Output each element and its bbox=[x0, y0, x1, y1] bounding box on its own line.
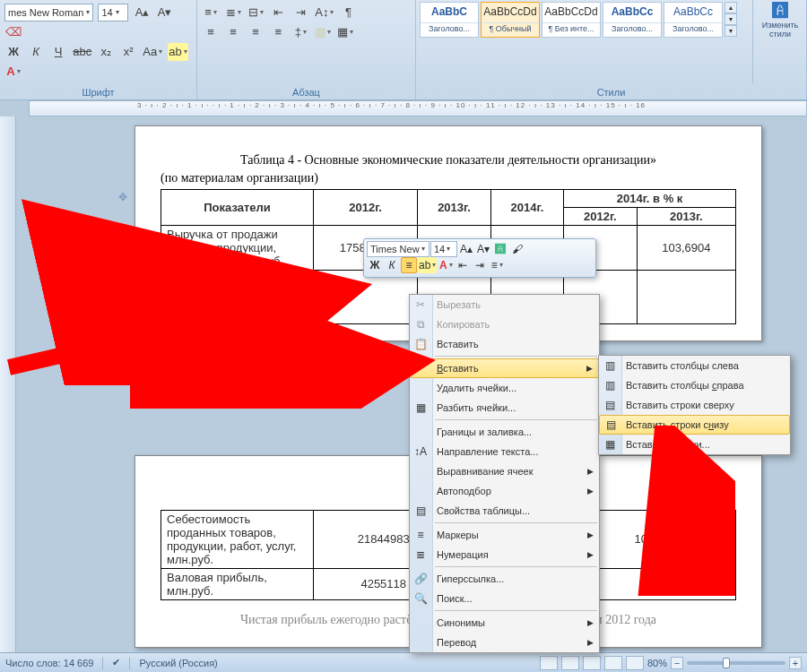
italic-button[interactable]: К bbox=[27, 43, 45, 61]
th-p2012[interactable]: 2012г. bbox=[564, 207, 637, 225]
ctx-bullets[interactable]: ≡Маркеры▶ bbox=[410, 525, 599, 545]
th-p2013[interactable]: 2013г. bbox=[637, 207, 735, 225]
mini-grow-font[interactable]: A▴ bbox=[458, 241, 474, 257]
borders-button[interactable]: ▦ bbox=[336, 22, 354, 40]
mini-shrink-font[interactable]: A▾ bbox=[475, 241, 491, 257]
ctx-find[interactable]: 🔍Поиск... bbox=[410, 589, 599, 608]
mini-outdent[interactable]: ⇤ bbox=[455, 257, 471, 273]
zoom-slider[interactable] bbox=[687, 661, 785, 665]
style-gallery[interactable]: AaBbCЗаголово... AaBbCcDd¶ Обычный AaBbC… bbox=[420, 2, 723, 38]
sort-button[interactable]: A↕ bbox=[314, 3, 334, 21]
ctx-split-cells[interactable]: ▦Разбить ячейки... bbox=[410, 398, 599, 418]
th-2014[interactable]: 2014г. bbox=[490, 189, 563, 225]
font-size-combo[interactable]: 14▾ bbox=[98, 4, 128, 22]
ctx-text-direction[interactable]: ↕AНаправление текста... bbox=[410, 442, 599, 461]
mini-font-combo[interactable]: Times New▾ bbox=[367, 241, 430, 257]
mini-toolbar[interactable]: Times New▾ 14▾ A▴ A▾ 🅰 🖌 Ж К ≡ ab A ⇤ ⇥ … bbox=[363, 238, 596, 278]
view-draft[interactable] bbox=[626, 656, 644, 670]
grow-font-button[interactable]: A▴ bbox=[133, 3, 151, 21]
view-web-layout[interactable] bbox=[583, 656, 601, 670]
change-styles-button[interactable]: 🅰 Изменить стили bbox=[757, 2, 803, 38]
view-full-reading[interactable] bbox=[561, 656, 579, 670]
cell-v5[interactable]: 103,6904 bbox=[637, 225, 735, 270]
cell-label[interactable]: Валовая прибыль, млн.руб. bbox=[161, 568, 314, 599]
table-anchor-icon[interactable]: ✥ bbox=[118, 191, 127, 203]
word-count[interactable]: Число слов: 14 669 bbox=[5, 658, 93, 668]
multilevel-button[interactable]: ⊟ bbox=[247, 3, 265, 21]
language-label[interactable]: Русский (Россия) bbox=[139, 658, 217, 668]
mini-format-painter[interactable]: 🖌 bbox=[509, 241, 525, 257]
cell-v5[interactable]: 102,84707 bbox=[588, 510, 736, 568]
document-area[interactable]: ✥ Таблица 4 - Основные экономические пок… bbox=[0, 116, 807, 672]
ctx-table-props[interactable]: ▤Свойства таблицы... bbox=[410, 501, 599, 521]
align-right-button[interactable]: ≡ bbox=[247, 22, 265, 40]
ctx-translate[interactable]: Перевод▶ bbox=[410, 633, 599, 652]
sub-cols-left[interactable]: ▥Вставить столбцы слева bbox=[599, 356, 790, 375]
mini-indent[interactable]: ⇥ bbox=[472, 257, 488, 273]
font-name-combo[interactable]: mes New Roman▾ bbox=[4, 4, 93, 22]
mini-bullets[interactable]: ≡ bbox=[489, 257, 505, 273]
clear-format-button[interactable]: ⌫ bbox=[4, 23, 22, 41]
ctx-cut[interactable]: ✂Вырезать bbox=[410, 295, 599, 314]
mini-size-combo[interactable]: 14▾ bbox=[430, 241, 457, 257]
align-center-button[interactable]: ≡ bbox=[224, 22, 242, 40]
cell-label[interactable]: Выручка от продажи товаров, продукции, р… bbox=[161, 225, 314, 270]
font-color-button[interactable]: A bbox=[4, 63, 22, 81]
zoom-out-button[interactable]: − bbox=[671, 657, 683, 669]
bullets-button[interactable]: ≡ bbox=[202, 3, 220, 21]
numbering-button[interactable]: ≣ bbox=[224, 3, 242, 21]
insert-submenu[interactable]: ▥Вставить столбцы слева ▥Вставить столбц… bbox=[598, 355, 791, 455]
view-outline[interactable] bbox=[604, 656, 622, 670]
style-tile-heading1[interactable]: AaBbCЗаголово... bbox=[420, 2, 479, 38]
sub-rows-below[interactable]: ▤Вставить строки снизу bbox=[599, 415, 790, 435]
style-tile-heading3[interactable]: AaBbCcЗаголово... bbox=[664, 2, 723, 38]
ctx-copy[interactable]: ⧉Копировать bbox=[410, 314, 599, 334]
shrink-font-button[interactable]: A▾ bbox=[156, 3, 174, 21]
show-marks-button[interactable]: ¶ bbox=[340, 3, 358, 21]
cell-label[interactable]: Себестоимость проданных товаров, продукц… bbox=[161, 510, 314, 568]
context-menu[interactable]: ✂Вырезать ⧉Копировать 📋Вставить Вставить… bbox=[409, 294, 600, 653]
zoom-label[interactable]: 80% bbox=[647, 658, 667, 668]
ctx-hyperlink[interactable]: 🔗Гиперссылка... bbox=[410, 569, 599, 589]
underline-button[interactable]: Ч bbox=[49, 43, 67, 61]
view-print-layout[interactable] bbox=[540, 656, 558, 670]
justify-button[interactable]: ≡ bbox=[269, 22, 287, 40]
superscript-button[interactable]: x² bbox=[119, 43, 137, 61]
align-left-button[interactable]: ≡ bbox=[202, 22, 220, 40]
ctx-autofit[interactable]: Автоподбор▶ bbox=[410, 481, 599, 501]
style-tile-nospacing[interactable]: AaBbCcDd¶ Без инте... bbox=[542, 2, 601, 38]
proofing-icon[interactable]: ✔ bbox=[112, 657, 120, 668]
case-button[interactable]: Aa bbox=[142, 43, 163, 61]
ctx-delete-cells[interactable]: Удалить ячейки... bbox=[410, 378, 599, 398]
th-percent[interactable]: 2014г. в % к bbox=[564, 189, 736, 207]
subscript-button[interactable]: x₂ bbox=[97, 43, 115, 61]
mini-highlight[interactable]: ab bbox=[418, 257, 437, 273]
th-2013[interactable]: 2013г. bbox=[418, 189, 490, 225]
outdent-button[interactable]: ⇤ bbox=[269, 3, 287, 21]
mini-font-color[interactable]: A bbox=[438, 257, 454, 273]
ctx-paste[interactable]: 📋Вставить bbox=[410, 334, 599, 354]
ctx-cell-alignment[interactable]: Выравнивание ячеек▶ bbox=[410, 461, 599, 481]
ctx-synonyms[interactable]: Синонимы▶ bbox=[410, 613, 599, 633]
mini-styles-icon[interactable]: 🅰 bbox=[492, 241, 508, 257]
sub-cells[interactable]: ▦Вставить ячейки... bbox=[599, 435, 790, 454]
mini-bold[interactable]: Ж bbox=[367, 257, 383, 273]
ctx-insert[interactable]: Вставить▶ bbox=[410, 358, 599, 378]
highlight-button[interactable]: ab bbox=[168, 43, 187, 61]
mini-italic[interactable]: К bbox=[384, 257, 400, 273]
zoom-in-button[interactable]: + bbox=[789, 657, 802, 669]
indent-button[interactable]: ⇥ bbox=[291, 3, 309, 21]
shading-button[interactable]: ▥ bbox=[314, 22, 332, 40]
th-2012[interactable]: 2012г. bbox=[314, 189, 418, 225]
line-spacing-button[interactable]: ‡ bbox=[291, 22, 309, 40]
ctx-borders[interactable]: Границы и заливка... bbox=[410, 422, 599, 442]
style-tile-normal[interactable]: AaBbCcDd¶ Обычный bbox=[481, 2, 540, 38]
bold-button[interactable]: Ж bbox=[4, 43, 22, 61]
th-indicator[interactable]: Показатели bbox=[161, 189, 314, 225]
strike-button[interactable]: abc bbox=[72, 43, 92, 61]
cell-v5[interactable]: 98 bbox=[588, 568, 736, 599]
sub-rows-above[interactable]: ▤Вставить строки сверху bbox=[599, 395, 790, 415]
style-tile-heading2[interactable]: AaBbCcЗаголово... bbox=[603, 2, 662, 38]
sub-cols-right[interactable]: ▥Вставить столбцы справа bbox=[599, 375, 790, 395]
ctx-numbering[interactable]: ≣Нумерация▶ bbox=[410, 545, 599, 564]
